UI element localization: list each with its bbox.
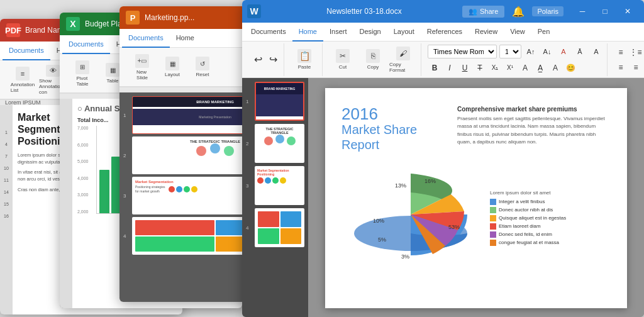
word-window: W Newsletter 03-18.docx 👥 Share 🔔 Polari… [242, 0, 644, 317]
undo-button[interactable]: ↩ [251, 53, 265, 67]
word-titlebar: W Newsletter 03-18.docx 👥 Share 🔔 Polari… [242, 0, 644, 23]
legend-item-3: Quisque aliquet est in egestas [490, 215, 566, 221]
paste-button[interactable]: 📋 Paste [291, 45, 318, 75]
legend-title: Lorem ipsum dolor sit amet [490, 190, 566, 196]
table-icon: ▦ [106, 63, 119, 77]
word-title-center: Newsletter 03-18.docx [266, 7, 462, 16]
tab-documents[interactable]: Documents [245, 23, 292, 42]
svg-text:16%: 16% [425, 178, 436, 184]
new-slide-btn[interactable]: +▭ NewSlide [128, 52, 156, 82]
word-slide-thumb-2[interactable]: THE STRATEGIC TRIANGLE [255, 124, 304, 163]
tab-references[interactable]: References [421, 23, 469, 42]
tab-design[interactable]: Design [353, 23, 387, 42]
font-color-btn[interactable]: A [557, 45, 570, 58]
layout-icon: ▦ [165, 57, 179, 70]
word-doc-area: 2016 Market Share Report Comprehensive m… [308, 78, 644, 317]
copy-format-label: Copy Format [389, 62, 417, 73]
layout-btn[interactable]: ▦ Layout [158, 52, 186, 82]
user-profile[interactable]: Polaris [532, 6, 564, 16]
clear-format-btn[interactable]: A [589, 45, 603, 58]
copy-label: Copy [367, 64, 379, 70]
word-icon: W [247, 4, 261, 18]
ppt-icon: P [126, 11, 140, 25]
word-body: 1 BRAND MARKETING 2 THE STRATEGIC TRIANG… [242, 78, 644, 317]
paste-icon: 📋 [297, 49, 311, 63]
tab-layout[interactable]: Layout [387, 23, 421, 42]
cut-label: Cut [339, 64, 347, 70]
excel-icon: X [66, 17, 80, 31]
tab-view[interactable]: View [504, 23, 531, 42]
chart-legend: Lorem ipsum dolor sit amet Integer a vel… [490, 190, 566, 246]
pivot-table-icon: ⊞ [75, 60, 89, 74]
font-group: Times New Roman 10 A↑ A↓ A Ā A B I U T X… [424, 43, 608, 76]
slide1-title: BRAND MARKETING [196, 100, 234, 104]
doc-title-block: 2016 Market Share Report [341, 106, 448, 152]
font-special2-btn[interactable]: A̲ [533, 61, 547, 75]
legend-item-2: Donec auctor nibh at dis [490, 207, 566, 213]
share-button[interactable]: 👥 Share [462, 6, 504, 18]
cut-button[interactable]: ✂ Cut [329, 45, 357, 75]
font-size-decrease-btn[interactable]: A↓ [540, 45, 554, 58]
font-special3-btn[interactable]: A [548, 61, 562, 75]
new-slide-icon: +▭ [135, 54, 149, 68]
notification-icon[interactable]: 🔔 [512, 6, 525, 18]
font-size-increase-btn[interactable]: A↑ [524, 45, 538, 58]
legend-item-6: congue feugiat at et massa [490, 240, 566, 246]
ppt-tab-home[interactable]: Home [170, 29, 201, 48]
doc-header: 2016 Market Share Report Comprehensive m… [341, 106, 611, 152]
font-special1-btn[interactable]: A [518, 61, 532, 75]
tab-insert[interactable]: Insert [323, 23, 353, 42]
emoji-btn[interactable]: 😊 [564, 61, 577, 75]
show-annotation-icon: 👁 [46, 65, 60, 77]
legend-item-4: Etiam laoreet diam [490, 223, 566, 230]
word-slide-thumb-4[interactable] [255, 208, 304, 247]
excel-tab-documents[interactable]: Documents [62, 35, 110, 54]
minimize-button[interactable]: ─ [571, 3, 594, 20]
copy-format-icon: 🖌 [396, 47, 410, 60]
superscript-button[interactable]: X¹ [503, 61, 517, 75]
font-family-select[interactable]: Times New Roman [428, 45, 497, 58]
ppt-tab-documents[interactable]: Documents [122, 29, 170, 48]
align-center-btn[interactable]: ≡ [629, 60, 643, 74]
word-slide-thumb-3[interactable]: Market SegmentationPositioning [255, 166, 304, 205]
underline-button[interactable]: U [458, 61, 472, 75]
clipboard-group: ✂ Cut ⎘ Copy 🖌 Copy Format [325, 43, 421, 76]
redo-button[interactable]: ↪ [266, 53, 280, 67]
slide3-dots [169, 186, 197, 192]
copy-button[interactable]: ⎘ Copy [359, 45, 387, 75]
tab-home[interactable]: Home [292, 23, 323, 42]
slide-thumb-2-wrapper: 2 THE STRATEGIC TRIANGLE [255, 124, 304, 163]
doc-title-main: Market Share Report [341, 122, 448, 152]
subscript-button[interactable]: X₁ [488, 61, 502, 75]
word-slide-thumb-1[interactable]: BRAND MARKETING [255, 82, 304, 121]
close-button[interactable]: ✕ [616, 3, 639, 20]
pivot-table-btn[interactable]: ⊞ PivotTable [69, 58, 96, 89]
align-left-btn[interactable]: ≡ [614, 60, 628, 74]
strikethrough-button[interactable]: T [473, 61, 487, 75]
annotation-list-btn[interactable]: ≡ AnnotationList [9, 65, 36, 95]
pdf-tab-documents[interactable]: Documents [3, 42, 50, 60]
word-ribbon-content: ↩ ↪ 📋 Paste ✂ Cut ⎘ Copy 🖌 Copy Format [242, 42, 644, 78]
thumb1-header: BRAND MARKETING [256, 83, 303, 94]
doc-year: 2016 [341, 106, 448, 122]
list-btn[interactable]: ≡ [614, 45, 628, 59]
copy-format-button[interactable]: 🖌 Copy Format [389, 45, 417, 75]
tab-pen[interactable]: Pen [531, 23, 557, 42]
pie-chart-container: 53% 16% 13% 10% 5% 3% [341, 161, 480, 274]
font-size-select[interactable]: 10 [499, 45, 521, 58]
font-top-row: Times New Roman 10 A↑ A↓ A Ā A [428, 45, 603, 58]
word-doc-title: Newsletter 03-18.docx [326, 7, 401, 16]
pdf-page-numbers: 1 4 7 10 11 14 15 16 [0, 105, 13, 314]
doc-text-body: Praesent mollis sem eget sagittis pellen… [457, 115, 611, 147]
italic-button[interactable]: I [443, 61, 457, 75]
maximize-button[interactable]: □ [594, 3, 616, 20]
bold-button[interactable]: B [428, 61, 441, 75]
tab-review[interactable]: Review [469, 23, 504, 42]
highlight-btn[interactable]: Ā [573, 45, 587, 58]
numbered-list-btn[interactable]: ⋮≡ [629, 45, 643, 59]
excel-row-numbers [60, 99, 72, 308]
word-ribbon-tabs: Documents Home Insert Design Layout Refe… [242, 23, 644, 42]
reset-icon: ↺ [196, 57, 209, 70]
legend-item-1: Integer a velit finibus [490, 199, 566, 205]
reset-btn[interactable]: ↺ Reset [189, 52, 216, 82]
